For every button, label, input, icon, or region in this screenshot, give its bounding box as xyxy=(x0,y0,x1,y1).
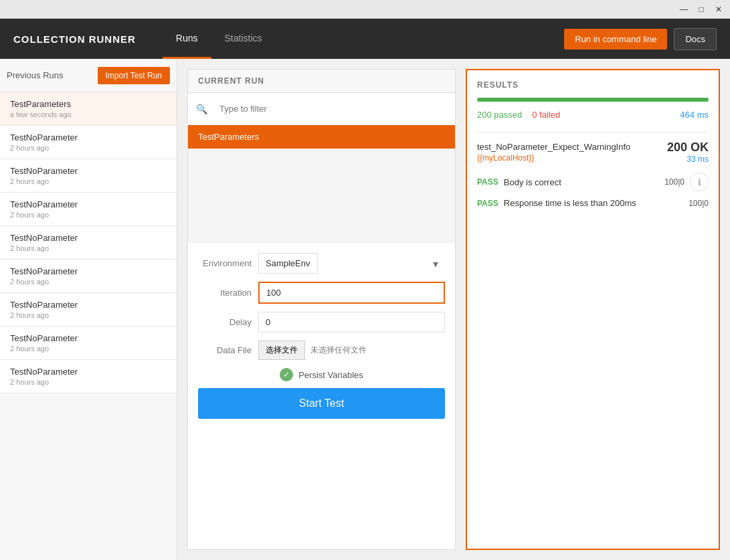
delay-row: Delay xyxy=(198,312,445,333)
sidebar-item-name: TestNoParameter xyxy=(10,266,167,276)
progress-bar-fill xyxy=(477,98,709,102)
choose-file-button[interactable]: 选择文件 xyxy=(258,341,305,360)
test-name: Response time is less than 200ms xyxy=(504,198,683,208)
pass-badge: PASS xyxy=(477,177,498,187)
sidebar-item[interactable]: TestNoParameter 2 hours ago xyxy=(0,260,177,293)
close-button[interactable]: ✕ xyxy=(710,2,727,17)
iteration-label: Iteration xyxy=(198,288,252,298)
form-area: Environment SampleEnv Iteration xyxy=(188,242,455,429)
test-counts: 100|0 xyxy=(689,199,709,208)
progress-bar-container xyxy=(477,98,709,102)
maximize-button[interactable]: □ xyxy=(693,2,710,17)
result-name: test_NoParameter_Expect_WarningInfo xyxy=(477,142,630,152)
delay-label: Delay xyxy=(198,317,252,327)
persist-variables-check[interactable]: ✓ xyxy=(280,368,293,381)
filter-bar: 🔍 xyxy=(188,93,455,125)
environment-select[interactable]: SampleEnv xyxy=(258,253,318,274)
no-file-text: 未选择任何文件 xyxy=(310,345,367,356)
app-title: COLLECTION RUNNER xyxy=(13,33,136,45)
content-area: CURRENT RUN 🔍 TestParameters Environment xyxy=(177,59,730,560)
sidebar-item-time: 2 hours ago xyxy=(10,244,167,252)
passed-count: 200 passed xyxy=(477,110,522,120)
results-summary: 200 passed 0 failed 464 ms xyxy=(477,110,709,120)
sidebar-item-time: 2 hours ago xyxy=(10,211,167,219)
main-layout: Previous Runs Import Test Run TestParame… xyxy=(0,59,730,560)
result-item-header: test_NoParameter_Expect_WarningInfo {{my… xyxy=(477,141,709,164)
sidebar-item-name: TestNoParameter xyxy=(10,333,167,343)
elapsed-time: 464 ms xyxy=(680,110,709,120)
iteration-row: Iteration xyxy=(198,282,445,304)
sidebar-item-name: TestNoParameter xyxy=(10,166,167,176)
window-controls: — □ ✕ xyxy=(675,2,730,17)
data-file-label: Data File xyxy=(198,345,252,355)
sidebar-item[interactable]: TestNoParameter 2 hours ago xyxy=(0,226,177,260)
run-command-line-button[interactable]: Run in command line xyxy=(564,29,667,50)
environment-select-wrapper: SampleEnv xyxy=(258,253,445,274)
data-file-row: Data File 选择文件 未选择任何文件 xyxy=(198,341,445,360)
left-panel: CURRENT RUN 🔍 TestParameters Environment xyxy=(187,69,456,550)
header-right: Run in command line Docs xyxy=(564,28,717,50)
result-item-left: test_NoParameter_Expect_WarningInfo {{my… xyxy=(477,142,630,163)
content-split: CURRENT RUN 🔍 TestParameters Environment xyxy=(187,69,720,550)
previous-runs-title: Previous Runs xyxy=(7,70,64,80)
current-run-header: CURRENT RUN xyxy=(188,70,455,93)
pass-badge: PASS xyxy=(477,199,498,208)
sidebar-item-time: 2 hours ago xyxy=(10,144,167,152)
filter-input[interactable] xyxy=(213,100,447,118)
sidebar-header: Previous Runs Import Test Run xyxy=(0,59,177,92)
environment-label: Environment xyxy=(198,258,252,268)
results-header: RESULTS xyxy=(477,80,709,90)
persist-variables-label: Persist Variables xyxy=(298,370,363,380)
delay-input[interactable] xyxy=(258,312,445,333)
sidebar-item-name: TestNoParameter xyxy=(10,233,167,243)
result-host: {{myLocalHost}} xyxy=(477,153,630,163)
sidebar-list: TestParameters a few seconds ago TestNoP… xyxy=(0,92,177,560)
sidebar-item[interactable]: TestNoParameter 2 hours ago xyxy=(0,326,177,360)
data-file-area: 选择文件 未选择任何文件 xyxy=(258,341,367,360)
collection-empty-space xyxy=(188,149,455,242)
import-test-run-button[interactable]: Import Test Run xyxy=(98,67,170,84)
sidebar-item[interactable]: TestParameters a few seconds ago xyxy=(0,92,177,126)
sidebar-item-time: 2 hours ago xyxy=(10,278,167,286)
start-test-button[interactable]: Start Test xyxy=(198,388,445,419)
sidebar-item-name: TestNoParameter xyxy=(10,199,167,209)
test-row-0: PASS Body is correct 100|0 ℹ xyxy=(477,169,709,195)
tab-statistics[interactable]: Statistics xyxy=(211,19,276,59)
info-icon[interactable]: ℹ xyxy=(690,173,709,191)
collection-item[interactable]: TestParameters xyxy=(188,125,455,149)
sidebar-item[interactable]: TestNoParameter 2 hours ago xyxy=(0,293,177,326)
sidebar-item-name: TestNoParameter xyxy=(10,132,167,143)
sidebar-item-time: 2 hours ago xyxy=(10,177,167,185)
result-item-right: 200 OK 33 ms xyxy=(667,141,709,164)
test-name: Body is correct xyxy=(504,177,659,187)
sidebar-item-name: TestNoParameter xyxy=(10,367,167,377)
sidebar-item-time: a few seconds ago xyxy=(10,110,167,118)
environment-row: Environment SampleEnv xyxy=(198,253,445,274)
sidebar-item[interactable]: TestNoParameter 2 hours ago xyxy=(0,126,177,159)
iteration-input[interactable] xyxy=(258,282,445,304)
docs-button[interactable]: Docs xyxy=(674,28,717,50)
test-counts: 100|0 xyxy=(664,177,685,187)
failed-count: 0 failed xyxy=(532,110,560,120)
sidebar-item-time: 2 hours ago xyxy=(10,311,167,319)
sidebar: Previous Runs Import Test Run TestParame… xyxy=(0,59,177,560)
sidebar-item-time: 2 hours ago xyxy=(10,345,167,353)
result-status-code: 200 OK xyxy=(667,141,709,155)
sidebar-item[interactable]: TestNoParameter 2 hours ago xyxy=(0,360,177,393)
minimize-button[interactable]: — xyxy=(675,2,693,17)
result-time: 33 ms xyxy=(667,155,709,164)
sidebar-item-name: TestParameters xyxy=(10,99,167,109)
sidebar-item-time: 2 hours ago xyxy=(10,378,167,386)
tab-runs[interactable]: Runs xyxy=(163,19,211,59)
persist-variables-row: ✓ Persist Variables xyxy=(198,368,445,381)
result-item: test_NoParameter_Expect_WarningInfo {{my… xyxy=(477,132,709,219)
sidebar-item[interactable]: TestNoParameter 2 hours ago xyxy=(0,159,177,193)
title-bar: — □ ✕ xyxy=(0,0,730,19)
header-tabs: Runs Statistics xyxy=(163,19,276,59)
sidebar-item-name: TestNoParameter xyxy=(10,300,167,310)
results-panel: RESULTS 200 passed 0 failed 464 ms test_… xyxy=(466,69,720,550)
app-header: COLLECTION RUNNER Runs Statistics Run in… xyxy=(0,19,730,59)
sidebar-item[interactable]: TestNoParameter 2 hours ago xyxy=(0,193,177,226)
test-row-1: PASS Response time is less than 200ms 10… xyxy=(477,195,709,211)
search-icon: 🔍 xyxy=(196,104,207,114)
